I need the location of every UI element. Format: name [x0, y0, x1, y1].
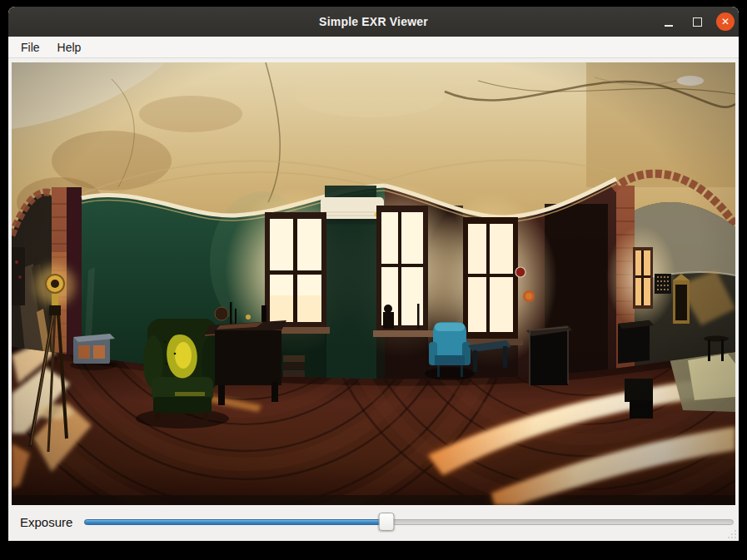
window-title: Simple EXR Viewer	[319, 15, 428, 28]
slider-fill	[84, 519, 386, 525]
close-icon: ✕	[721, 17, 730, 27]
exr-image-viewport	[12, 62, 735, 505]
slider-handle[interactable]	[378, 513, 394, 531]
titlebar[interactable]: Simple EXR Viewer ✕	[8, 7, 739, 37]
maximize-button[interactable]	[688, 12, 706, 31]
vignette	[12, 62, 735, 505]
exposure-control: Exposure	[12, 510, 735, 533]
menubar: File Help	[8, 37, 739, 58]
exposure-slider[interactable]	[84, 513, 734, 531]
panorama-image	[12, 62, 735, 505]
exposure-label: Exposure	[20, 515, 72, 529]
close-button[interactable]: ✕	[716, 12, 735, 31]
menu-help[interactable]: Help	[53, 39, 86, 56]
maximize-icon	[693, 17, 702, 27]
window-controls: ✕	[660, 7, 735, 37]
app-window: Simple EXR Viewer ✕ File Help	[8, 7, 739, 541]
resize-grip[interactable]	[725, 528, 736, 538]
minimize-button[interactable]	[660, 12, 678, 31]
minimize-icon	[665, 25, 673, 27]
menu-file[interactable]: File	[17, 39, 44, 56]
